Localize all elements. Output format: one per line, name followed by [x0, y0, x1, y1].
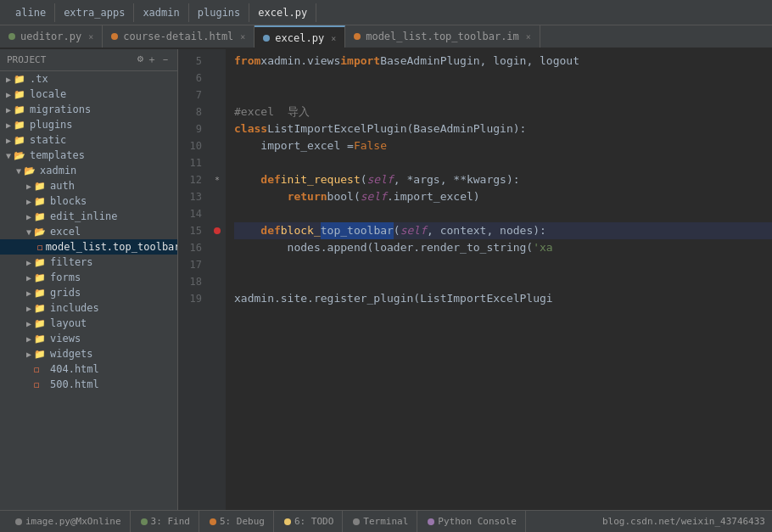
bottom-tab-debug[interactable]: 5: Debug	[201, 511, 274, 532]
tree-label-filters: filters	[50, 256, 93, 268]
code-line-9: class ListImportExcelPlugin(BaseAdminPlu…	[234, 120, 772, 137]
folder-icon-plugins: 📁	[14, 120, 27, 131]
folder-icon-forms: 📁	[34, 272, 48, 283]
tree-label-layout: layout	[50, 317, 87, 329]
sidebar-item-blocks[interactable]: ▶ 📁 blocks	[0, 193, 177, 209]
bottom-label-image: image.py@MxOnline	[25, 516, 121, 527]
tree-arrow-plugins: ▶	[3, 120, 14, 130]
folder-icon-includes: 📁	[34, 303, 48, 314]
tab-label-excel: excel.py	[275, 32, 324, 44]
title-item-excel[interactable]: excel.py	[249, 3, 316, 22]
sidebar-item-views[interactable]: ▶ 📁 views	[0, 331, 177, 346]
sidebar-icon-plus[interactable]: ＋	[147, 53, 157, 67]
tree-label-500: 500.html	[50, 378, 99, 390]
file-icon-500: ◻	[34, 379, 48, 390]
sidebar-item-filters[interactable]: ▶ 📁 filters	[0, 255, 177, 270]
code-line-6	[234, 70, 772, 87]
line-numbers: 5 6 7 8 9 10 11 12 13 14 15 16 17 18 19	[178, 49, 209, 510]
gutter: *	[209, 49, 226, 510]
sidebar-item-static[interactable]: ▶ 📁 static	[0, 132, 177, 148]
sidebar-item-tx[interactable]: ▶ 📁 .tx	[0, 71, 177, 87]
sidebar-item-forms[interactable]: ▶ 📁 forms	[0, 270, 177, 285]
tab-excel[interactable]: excel.py ×	[255, 25, 345, 48]
title-item-xadmin[interactable]: xadmin	[134, 3, 188, 22]
tab-course-detail[interactable]: course-detail.html ×	[103, 25, 255, 48]
tree-arrow-widgets: ▶	[24, 350, 34, 359]
tab-dot-model	[354, 33, 361, 40]
folder-icon-filters: 📁	[34, 257, 48, 268]
tree-label-grids: grids	[50, 287, 81, 299]
tree-arrow-auth: ▶	[24, 182, 34, 191]
sidebar-icon-minus[interactable]: －	[160, 53, 171, 67]
folder-icon-widgets: 📁	[34, 349, 48, 360]
sidebar-item-migrations[interactable]: ▶ 📁 migrations	[0, 102, 177, 117]
bottom-tab-python[interactable]: Python Console	[419, 511, 526, 532]
sidebar-item-grids[interactable]: ▶ 📁 grids	[0, 285, 177, 300]
tree-arrow-views: ▶	[24, 334, 34, 344]
sidebar-item-plugins[interactable]: ▶ 📁 plugins	[0, 117, 177, 132]
code-line-11	[234, 154, 772, 171]
tree-arrow-layout: ▶	[24, 319, 34, 328]
folder-icon-excel: 📂	[34, 227, 48, 238]
tree-arrow-forms: ▶	[24, 273, 34, 283]
tree-label-tx: .tx	[30, 73, 48, 85]
tree-label-widgets: widgets	[50, 348, 93, 360]
dot-debug	[210, 518, 216, 525]
folder-icon-grids: 📁	[34, 288, 48, 299]
sidebar-item-excel[interactable]: ▼ 📂 excel	[0, 224, 177, 239]
bottom-tab-todo[interactable]: 6: TODO	[276, 511, 343, 532]
tab-dot-course	[111, 33, 118, 40]
dot-image	[15, 518, 22, 525]
folder-icon-edit-inline: 📁	[34, 211, 48, 222]
sidebar-item-templates[interactable]: ▼ 📂 templates	[0, 148, 177, 163]
sidebar: Project ⚙ ＋ － ▶ 📁 .tx ▶ 📁 locale ▶ 📁 mig…	[0, 49, 178, 510]
tab-close-course[interactable]: ×	[240, 32, 245, 42]
folder-icon-layout: 📁	[34, 318, 48, 329]
bottom-tab-terminal[interactable]: Terminal	[344, 511, 417, 532]
title-item-extra[interactable]: extra_apps	[55, 3, 134, 22]
folder-icon-xadmin: 📂	[24, 165, 37, 176]
title-bar: aline extra_apps xadmin plugins excel.py	[0, 0, 772, 25]
sidebar-item-500[interactable]: ◻ 500.html	[0, 377, 177, 392]
code-line-14	[234, 205, 772, 222]
bottom-tab-find[interactable]: 3: Find	[132, 511, 199, 532]
sidebar-item-xadmin[interactable]: ▼ 📂 xadmin	[0, 163, 177, 178]
bottom-tab-image[interactable]: image.py@MxOnline	[7, 511, 131, 532]
bottom-label-find: 3: Find	[151, 516, 190, 527]
bottom-label-terminal: Terminal	[363, 516, 408, 527]
title-item-aline[interactable]: aline	[7, 3, 55, 22]
tab-close-excel[interactable]: ×	[331, 34, 336, 43]
tree-label-includes: includes	[50, 302, 99, 314]
sidebar-item-layout[interactable]: ▶ 📁 layout	[0, 316, 177, 331]
bottom-label-todo: 6: TODO	[294, 516, 333, 527]
code-lines[interactable]: from xadmin.views import BaseAdminPlugin…	[226, 49, 772, 510]
dot-todo	[284, 518, 291, 525]
sidebar-item-includes[interactable]: ▶ 📁 includes	[0, 300, 177, 316]
tree-arrow-templates: ▼	[3, 151, 14, 160]
title-item-plugins[interactable]: plugins	[189, 3, 250, 22]
sidebar-icon-cog[interactable]: ⚙	[137, 53, 143, 67]
tab-close-model[interactable]: ×	[526, 32, 531, 42]
tab-ueditor[interactable]: ueditor.py ×	[0, 25, 103, 48]
tab-close-ueditor[interactable]: ×	[88, 32, 93, 42]
code-line-12: def init_request(self, *args, **kwargs):	[234, 171, 772, 188]
sidebar-item-auth[interactable]: ▶ 📁 auth	[0, 178, 177, 193]
code-line-8: #excel 导入	[234, 104, 772, 120]
tab-model-list[interactable]: model_list.top_toolbar.im ×	[345, 25, 540, 48]
sidebar-item-404[interactable]: ◻ 404.html	[0, 361, 177, 377]
sidebar-item-edit-inline[interactable]: ▶ 📁 edit_inline	[0, 209, 177, 224]
sidebar-item-model-list-file[interactable]: ◻ model_list.top_toolbar.i	[0, 239, 177, 255]
tree-label-plugins: plugins	[30, 119, 73, 131]
tab-label-course: course-detail.html	[123, 31, 233, 42]
code-line-13: return bool(self.import_excel)	[234, 188, 772, 205]
sidebar-item-widgets[interactable]: ▶ 📁 widgets	[0, 346, 177, 361]
dot-terminal	[353, 518, 360, 525]
bottom-label-python: Python Console	[438, 516, 517, 527]
tree-label-views: views	[50, 333, 81, 344]
tree-arrow-migrations: ▶	[3, 105, 14, 115]
tree-label-excel: excel	[50, 226, 81, 238]
sidebar-item-locale[interactable]: ▶ 📁 locale	[0, 87, 177, 102]
tree-arrow-tx: ▶	[3, 75, 14, 84]
folder-icon-static: 📁	[14, 135, 27, 146]
tree-label-blocks: blocks	[50, 195, 87, 207]
